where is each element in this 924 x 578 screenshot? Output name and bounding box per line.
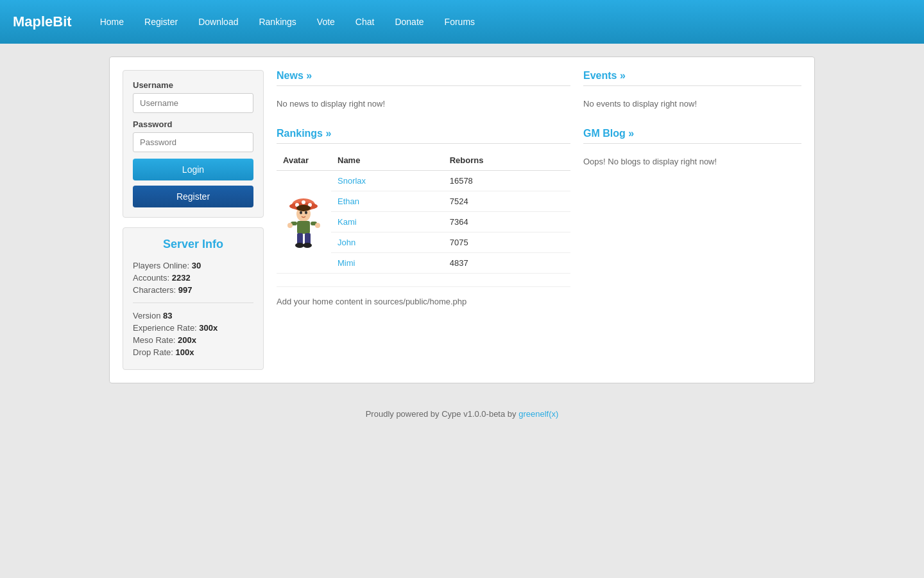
content-right: Events » No events to display right now!… bbox=[583, 70, 801, 306]
stat-accounts: Accounts: 2232 bbox=[133, 273, 253, 283]
username-label: Username bbox=[133, 80, 253, 90]
news-link[interactable]: News » bbox=[277, 70, 312, 81]
server-info-box: Server Info Players Online: 30 Accounts:… bbox=[123, 227, 264, 370]
nav-download[interactable]: Download bbox=[189, 12, 247, 32]
footer: Proudly powered by Cype v1.0.0-beta by g… bbox=[0, 396, 924, 432]
player-name[interactable]: Kami bbox=[331, 212, 443, 232]
news-section: News » No news to display right now! bbox=[277, 70, 570, 115]
password-label: Password bbox=[133, 119, 253, 129]
stat-version: Version 83 bbox=[133, 311, 253, 320]
nav-chat[interactable]: Chat bbox=[346, 12, 384, 32]
player-reborns: 7364 bbox=[443, 212, 570, 232]
events-title: Events » bbox=[583, 70, 801, 86]
stat-characters: Characters: 997 bbox=[133, 285, 253, 295]
news-empty: No news to display right now! bbox=[277, 92, 570, 115]
register-button[interactable]: Register bbox=[133, 186, 253, 207]
nav-vote[interactable]: Vote bbox=[308, 12, 344, 32]
svg-point-7 bbox=[305, 211, 307, 214]
nav-forums[interactable]: Forums bbox=[436, 12, 484, 32]
rankings-title: Rankings » bbox=[277, 128, 570, 144]
svg-point-13 bbox=[315, 223, 320, 228]
player-reborns: 16578 bbox=[443, 171, 570, 191]
svg-point-6 bbox=[300, 211, 302, 214]
navbar-brand[interactable]: MapleBit bbox=[13, 13, 72, 30]
svg-point-8 bbox=[296, 205, 311, 211]
nav-rankings[interactable]: Rankings bbox=[250, 12, 305, 32]
username-input[interactable] bbox=[133, 93, 253, 113]
player-reborns: 7075 bbox=[443, 232, 570, 253]
player-reborns: 4837 bbox=[443, 253, 570, 274]
events-section: Events » No events to display right now! bbox=[583, 70, 801, 115]
avatar-cell bbox=[277, 171, 331, 274]
svg-point-3 bbox=[302, 200, 305, 204]
col-name: Name bbox=[331, 150, 443, 171]
character-sprite bbox=[283, 193, 325, 251]
player-name[interactable]: Ethan bbox=[331, 191, 443, 212]
server-divider bbox=[133, 302, 253, 303]
login-button[interactable]: Login bbox=[133, 159, 253, 180]
footer-text: Proudly powered by Cype v1.0.0-beta by bbox=[366, 409, 518, 419]
col-reborns: Reborns bbox=[443, 150, 570, 171]
gm-blog-link[interactable]: GM Blog » bbox=[583, 128, 634, 139]
content-top: News » No news to display right now! Ran… bbox=[277, 70, 801, 306]
news-title: News » bbox=[277, 70, 570, 86]
events-link[interactable]: Events » bbox=[583, 70, 626, 81]
main-container: Username Password Login Register Server … bbox=[109, 57, 815, 383]
sidebar: Username Password Login Register Server … bbox=[123, 70, 264, 370]
stat-players-online: Players Online: 30 bbox=[133, 261, 253, 270]
events-empty: No events to display right now! bbox=[583, 92, 801, 115]
navbar: MapleBit Home Register Download Rankings… bbox=[0, 0, 924, 44]
col-avatar: Avatar bbox=[277, 150, 331, 171]
player-reborns: 7524 bbox=[443, 191, 570, 212]
svg-point-16 bbox=[295, 243, 304, 248]
home-note: Add your home content in sources/public/… bbox=[277, 286, 570, 306]
rankings-table: Avatar Name Reborns bbox=[277, 150, 570, 274]
content-left: News » No news to display right now! Ran… bbox=[277, 70, 570, 306]
server-info-title: Server Info bbox=[133, 238, 253, 251]
nav-register[interactable]: Register bbox=[135, 12, 187, 32]
main-content: News » No news to display right now! Ran… bbox=[277, 70, 801, 370]
table-row: Snorlax16578 bbox=[277, 171, 570, 191]
svg-point-12 bbox=[287, 223, 293, 228]
stat-meso-rate: Meso Rate: 200x bbox=[133, 335, 253, 345]
gm-blog-empty: Oops! No blogs to display right now! bbox=[583, 150, 801, 173]
player-name[interactable]: John bbox=[331, 232, 443, 253]
gm-blog-section: GM Blog » Oops! No blogs to display righ… bbox=[583, 128, 801, 173]
login-box: Username Password Login Register bbox=[123, 70, 264, 218]
footer-link[interactable]: greenelf(x) bbox=[518, 409, 558, 419]
player-name[interactable]: Mimi bbox=[331, 253, 443, 274]
player-name[interactable]: Snorlax bbox=[331, 171, 443, 191]
password-input[interactable] bbox=[133, 132, 253, 152]
svg-point-17 bbox=[303, 243, 312, 248]
gm-blog-title: GM Blog » bbox=[583, 128, 801, 144]
navbar-nav: Home Register Download Rankings Vote Cha… bbox=[91, 17, 484, 27]
rankings-section: Rankings » Avatar Name Reborns bbox=[277, 128, 570, 274]
rankings-link[interactable]: Rankings » bbox=[277, 128, 331, 139]
avatar bbox=[283, 193, 325, 251]
stat-exp-rate: Experience Rate: 300x bbox=[133, 323, 253, 333]
nav-donate[interactable]: Donate bbox=[386, 12, 432, 32]
nav-home[interactable]: Home bbox=[91, 12, 133, 32]
svg-rect-9 bbox=[297, 221, 310, 234]
stat-drop-rate: Drop Rate: 100x bbox=[133, 347, 253, 357]
